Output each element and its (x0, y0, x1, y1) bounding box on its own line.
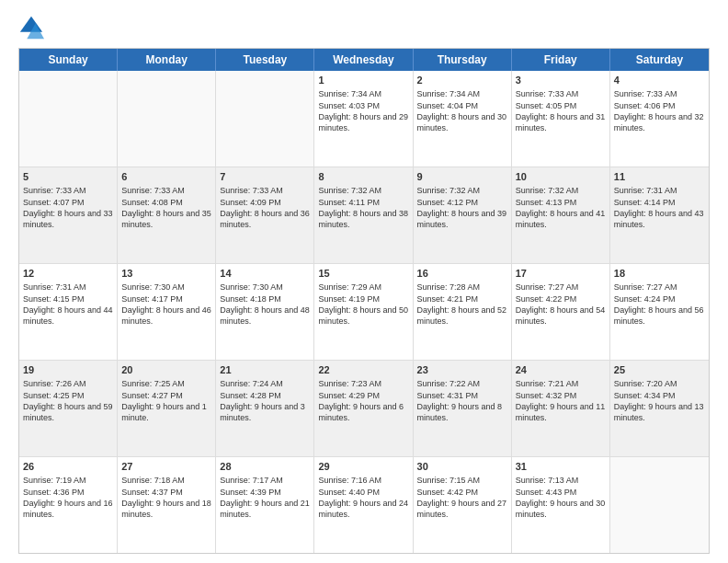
cell-info: Sunrise: 7:20 AM Sunset: 4:34 PM Dayligh… (614, 379, 704, 422)
cell-info: Sunrise: 7:32 AM Sunset: 4:11 PM Dayligh… (318, 186, 408, 229)
calendar-cell-18: 18Sunrise: 7:27 AM Sunset: 4:24 PM Dayli… (610, 264, 709, 360)
calendar-cell-12: 12Sunrise: 7:31 AM Sunset: 4:15 PM Dayli… (19, 264, 118, 360)
calendar-cell-15: 15Sunrise: 7:29 AM Sunset: 4:19 PM Dayli… (314, 264, 413, 360)
calendar-cell-8: 8Sunrise: 7:32 AM Sunset: 4:11 PM Daylig… (314, 167, 413, 263)
day-number: 9 (417, 170, 507, 183)
calendar-cell-13: 13Sunrise: 7:30 AM Sunset: 4:17 PM Dayli… (118, 264, 216, 360)
cell-info: Sunrise: 7:33 AM Sunset: 4:06 PM Dayligh… (614, 89, 704, 132)
calendar-cell-26: 26Sunrise: 7:19 AM Sunset: 4:36 PM Dayli… (19, 457, 118, 553)
cell-info: Sunrise: 7:33 AM Sunset: 4:09 PM Dayligh… (220, 186, 310, 229)
cell-info: Sunrise: 7:15 AM Sunset: 4:42 PM Dayligh… (417, 476, 507, 519)
day-number: 6 (121, 170, 211, 183)
calendar-row-0: 1Sunrise: 7:34 AM Sunset: 4:03 PM Daylig… (19, 71, 709, 167)
calendar-cell-2: 2Sunrise: 7:34 AM Sunset: 4:04 PM Daylig… (414, 71, 512, 167)
calendar-row-2: 12Sunrise: 7:31 AM Sunset: 4:15 PM Dayli… (19, 264, 709, 361)
day-number: 21 (220, 363, 310, 376)
calendar-cell-21: 21Sunrise: 7:24 AM Sunset: 4:28 PM Dayli… (216, 361, 314, 456)
header-day-sunday: Sunday (19, 49, 118, 71)
day-number: 27 (121, 460, 211, 473)
header (18, 15, 710, 40)
calendar-cell-16: 16Sunrise: 7:28 AM Sunset: 4:21 PM Dayli… (414, 264, 512, 360)
day-number: 19 (23, 363, 113, 376)
calendar-cell-1: 1Sunrise: 7:34 AM Sunset: 4:03 PM Daylig… (314, 71, 413, 167)
header-day-friday: Friday (512, 49, 610, 71)
calendar-row-3: 19Sunrise: 7:26 AM Sunset: 4:25 PM Dayli… (19, 361, 709, 457)
day-number: 14 (220, 267, 310, 280)
day-number: 31 (516, 460, 606, 473)
cell-info: Sunrise: 7:29 AM Sunset: 4:19 PM Dayligh… (318, 282, 408, 326)
cell-info: Sunrise: 7:31 AM Sunset: 4:15 PM Dayligh… (23, 282, 113, 326)
cell-info: Sunrise: 7:34 AM Sunset: 4:03 PM Dayligh… (318, 89, 408, 132)
page: SundayMondayTuesdayWednesdayThursdayFrid… (0, 0, 728, 563)
day-number: 29 (318, 460, 408, 473)
cell-info: Sunrise: 7:19 AM Sunset: 4:36 PM Dayligh… (23, 476, 113, 519)
calendar-cell-27: 27Sunrise: 7:18 AM Sunset: 4:37 PM Dayli… (118, 457, 216, 553)
cell-info: Sunrise: 7:16 AM Sunset: 4:40 PM Dayligh… (318, 476, 408, 519)
cell-info: Sunrise: 7:13 AM Sunset: 4:43 PM Dayligh… (516, 476, 606, 519)
day-number: 8 (318, 170, 408, 183)
cell-info: Sunrise: 7:27 AM Sunset: 4:22 PM Dayligh… (516, 282, 606, 326)
header-day-wednesday: Wednesday (314, 49, 413, 71)
calendar-cell-17: 17Sunrise: 7:27 AM Sunset: 4:22 PM Dayli… (512, 264, 610, 360)
calendar-cell-6: 6Sunrise: 7:33 AM Sunset: 4:08 PM Daylig… (118, 167, 216, 263)
calendar-cell-4: 4Sunrise: 7:33 AM Sunset: 4:06 PM Daylig… (610, 71, 709, 167)
day-number: 12 (23, 267, 113, 280)
day-number: 11 (614, 170, 705, 183)
calendar-cell-14: 14Sunrise: 7:30 AM Sunset: 4:18 PM Dayli… (216, 264, 314, 360)
day-number: 20 (121, 363, 211, 376)
cell-info: Sunrise: 7:26 AM Sunset: 4:25 PM Dayligh… (23, 379, 113, 422)
cell-info: Sunrise: 7:25 AM Sunset: 4:27 PM Dayligh… (121, 379, 207, 422)
day-number: 13 (121, 267, 211, 280)
calendar-cell-22: 22Sunrise: 7:23 AM Sunset: 4:29 PM Dayli… (314, 361, 413, 456)
cell-info: Sunrise: 7:33 AM Sunset: 4:07 PM Dayligh… (23, 186, 113, 229)
day-number: 5 (23, 170, 113, 183)
header-day-monday: Monday (118, 49, 216, 71)
day-number: 10 (516, 170, 606, 183)
day-number: 17 (516, 267, 606, 280)
cell-info: Sunrise: 7:27 AM Sunset: 4:24 PM Dayligh… (614, 282, 704, 326)
calendar-cell-20: 20Sunrise: 7:25 AM Sunset: 4:27 PM Dayli… (118, 361, 216, 456)
calendar-cell-28: 28Sunrise: 7:17 AM Sunset: 4:39 PM Dayli… (216, 457, 314, 553)
calendar-cell-23: 23Sunrise: 7:22 AM Sunset: 4:31 PM Dayli… (414, 361, 512, 456)
cell-info: Sunrise: 7:33 AM Sunset: 4:05 PM Dayligh… (516, 89, 606, 132)
header-day-thursday: Thursday (414, 49, 512, 71)
day-number: 7 (220, 170, 310, 183)
calendar-cell-25: 25Sunrise: 7:20 AM Sunset: 4:34 PM Dayli… (610, 361, 709, 456)
day-number: 22 (318, 363, 408, 376)
day-number: 4 (614, 74, 705, 86)
calendar-cell-empty-4-6 (610, 457, 709, 553)
cell-info: Sunrise: 7:23 AM Sunset: 4:29 PM Dayligh… (318, 379, 404, 422)
day-number: 18 (614, 267, 705, 280)
calendar-cell-7: 7Sunrise: 7:33 AM Sunset: 4:09 PM Daylig… (216, 167, 314, 263)
header-day-tuesday: Tuesday (216, 49, 314, 71)
cell-info: Sunrise: 7:28 AM Sunset: 4:21 PM Dayligh… (417, 282, 507, 326)
day-number: 28 (220, 460, 310, 473)
cell-info: Sunrise: 7:21 AM Sunset: 4:32 PM Dayligh… (516, 379, 606, 422)
calendar-cell-29: 29Sunrise: 7:16 AM Sunset: 4:40 PM Dayli… (314, 457, 413, 553)
cell-info: Sunrise: 7:17 AM Sunset: 4:39 PM Dayligh… (220, 476, 310, 519)
logo-icon (18, 15, 44, 40)
calendar-cell-5: 5Sunrise: 7:33 AM Sunset: 4:07 PM Daylig… (19, 167, 118, 263)
cell-info: Sunrise: 7:22 AM Sunset: 4:31 PM Dayligh… (417, 379, 503, 422)
calendar-cell-31: 31Sunrise: 7:13 AM Sunset: 4:43 PM Dayli… (512, 457, 610, 553)
day-number: 2 (417, 74, 507, 86)
cell-info: Sunrise: 7:18 AM Sunset: 4:37 PM Dayligh… (121, 476, 211, 519)
calendar-cell-19: 19Sunrise: 7:26 AM Sunset: 4:25 PM Dayli… (19, 361, 118, 456)
calendar: SundayMondayTuesdayWednesdayThursdayFrid… (18, 48, 710, 554)
cell-info: Sunrise: 7:32 AM Sunset: 4:12 PM Dayligh… (417, 186, 507, 229)
cell-info: Sunrise: 7:30 AM Sunset: 4:18 PM Dayligh… (220, 282, 310, 326)
header-day-saturday: Saturday (610, 49, 709, 71)
calendar-cell-3: 3Sunrise: 7:33 AM Sunset: 4:05 PM Daylig… (512, 71, 610, 167)
day-number: 25 (614, 363, 705, 376)
calendar-row-4: 26Sunrise: 7:19 AM Sunset: 4:36 PM Dayli… (19, 457, 709, 553)
cell-info: Sunrise: 7:24 AM Sunset: 4:28 PM Dayligh… (220, 379, 305, 422)
calendar-cell-11: 11Sunrise: 7:31 AM Sunset: 4:14 PM Dayli… (610, 167, 709, 263)
calendar-cell-24: 24Sunrise: 7:21 AM Sunset: 4:32 PM Dayli… (512, 361, 610, 456)
svg-marker-0 (20, 17, 42, 32)
calendar-cell-30: 30Sunrise: 7:15 AM Sunset: 4:42 PM Dayli… (414, 457, 512, 553)
calendar-cell-9: 9Sunrise: 7:32 AM Sunset: 4:12 PM Daylig… (414, 167, 512, 263)
calendar-cell-empty-0-2 (216, 71, 314, 167)
day-number: 24 (516, 363, 606, 376)
day-number: 16 (417, 267, 507, 280)
day-number: 26 (23, 460, 113, 473)
